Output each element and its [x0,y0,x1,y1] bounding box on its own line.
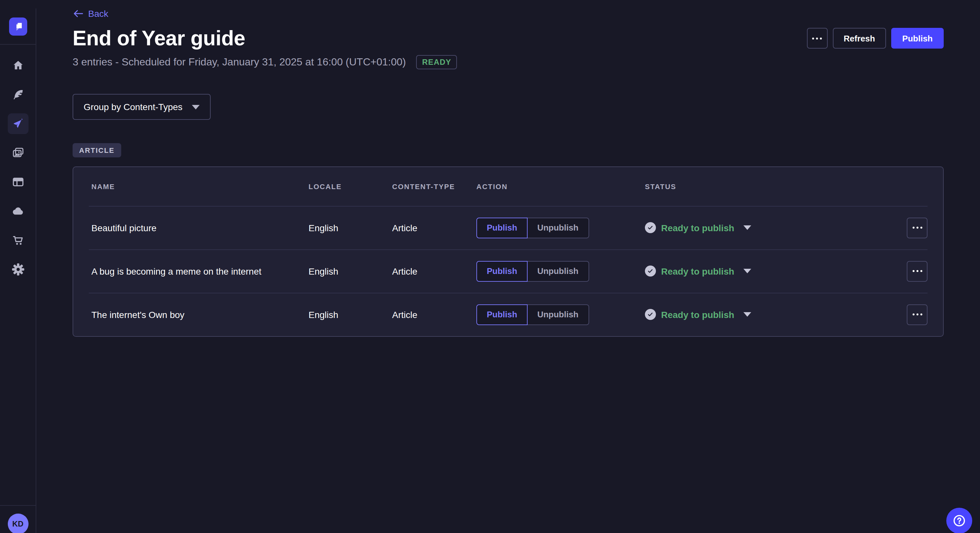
entry-locale: English [309,222,392,233]
entry-content-type: Article [392,309,476,320]
row-unpublish-button[interactable]: Unpublish [528,217,589,238]
sidebar-user-area: KD [0,505,36,533]
action-toggle: Publish Unpublish [476,217,589,238]
check-circle-icon [645,265,656,276]
dot [920,270,922,272]
row-publish-button[interactable]: Publish [476,261,528,281]
paper-plane-icon [11,117,24,130]
question-mark-icon [952,514,966,528]
row-more-button[interactable] [907,217,928,238]
pictures-icon [11,146,24,159]
dot [916,270,918,272]
dot [912,314,914,316]
arrow-left-icon [73,8,83,19]
dot [920,314,922,316]
table-header-row: NAME LOCALE CONTENT-TYPE ACTION STATUS [73,167,943,206]
refresh-button[interactable]: Refresh [832,28,886,49]
sidebar-item-releases[interactable] [8,113,28,134]
feather-icon [11,88,24,101]
sidebar-item-cloud[interactable] [8,201,28,222]
action-toggle: Publish Unpublish [476,304,589,325]
column-header-content-type: CONTENT-TYPE [392,182,476,190]
app-window: KD Back End of Year guide Refresh Publis… [0,8,980,533]
dot [812,37,814,39]
content-type-group-badge: ARTICLE [73,143,121,157]
row-publish-button[interactable]: Publish [476,217,528,238]
group-by-label: Group by Content-Types [84,102,183,112]
table-row: The internet's Own boy English Article P… [73,293,943,336]
dot [820,37,822,39]
sidebar: KD [0,8,36,533]
entry-content-type: Article [392,266,476,276]
release-more-button[interactable] [807,28,827,49]
column-header-action: ACTION [476,182,645,190]
check-circle-icon [645,309,656,320]
dot [912,227,914,228]
entry-status-label: Ready to publish [661,266,734,276]
dot [916,314,918,316]
sidebar-item-media-library[interactable] [8,143,28,163]
row-unpublish-button[interactable]: Unpublish [528,261,589,281]
sidebar-item-marketplace[interactable] [8,230,28,251]
user-avatar[interactable]: KD [8,513,28,533]
back-label: Back [88,8,108,19]
back-link[interactable]: Back [73,8,108,19]
cart-icon [11,234,24,247]
row-more-button[interactable] [907,261,928,281]
sidebar-item-content-manager[interactable] [8,84,28,105]
row-publish-button[interactable]: Publish [476,304,528,325]
sidebar-item-content-type-builder[interactable] [8,171,28,192]
main-content: Back End of Year guide Refresh Publish 3… [36,8,980,337]
group-by-select[interactable]: Group by Content-Types [73,94,210,120]
sidebar-nav [8,45,28,280]
chevron-down-icon[interactable] [743,225,751,230]
sidebar-logo-area [0,8,36,45]
cloud-icon [11,205,24,217]
table-row: Beautiful picture English Article Publis… [73,206,943,249]
entry-name: A bug is becoming a meme on the internet [91,266,309,276]
page-header: End of Year guide Refresh Publish [73,25,944,51]
help-button[interactable] [946,508,972,533]
column-header-status: STATUS [645,182,896,190]
publish-release-button[interactable]: Publish [891,28,944,49]
chevron-down-icon[interactable] [743,269,751,273]
layout-icon [11,176,24,189]
row-more-button[interactable] [907,304,928,325]
dot [916,227,918,228]
strapi-logo-glyph [10,19,25,34]
status-badge: READY [416,55,457,69]
entries-table: NAME LOCALE CONTENT-TYPE ACTION STATUS B… [73,167,944,337]
entry-name: Beautiful picture [91,222,309,233]
entry-content-type: Article [392,222,476,233]
check-circle-icon [645,222,656,233]
dot [920,227,922,228]
entry-locale: English [309,266,392,276]
dot [912,270,914,272]
page-title: End of Year guide [73,25,245,51]
release-meta: 3 entries - Scheduled for Friday, Januar… [73,55,944,69]
row-unpublish-button[interactable]: Unpublish [528,304,589,325]
action-toggle: Publish Unpublish [476,261,589,281]
entry-status-label: Ready to publish [661,309,734,320]
home-icon [11,59,24,72]
strapi-logo[interactable] [9,17,27,35]
chevron-down-icon [191,105,199,109]
entry-status-label: Ready to publish [661,222,734,233]
sidebar-item-home[interactable] [8,55,28,76]
table-row: A bug is becoming a meme on the internet… [73,249,943,293]
entry-locale: English [309,309,392,320]
entry-name: The internet's Own boy [91,309,309,320]
dot [816,37,818,39]
sidebar-item-settings[interactable] [8,259,28,280]
gear-icon [11,263,24,276]
release-subtitle: 3 entries - Scheduled for Friday, Januar… [73,56,406,68]
header-actions: Refresh Publish [807,28,944,49]
column-header-locale: LOCALE [309,182,392,190]
column-header-name: NAME [91,182,309,190]
chevron-down-icon[interactable] [743,312,751,317]
